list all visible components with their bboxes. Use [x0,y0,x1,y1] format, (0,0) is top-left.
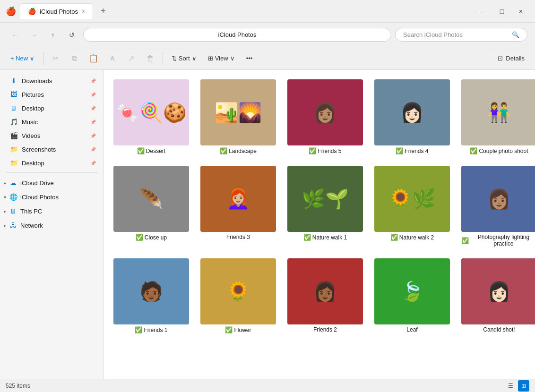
sync-icon: ✅ [309,147,316,154]
sidebar-item-music[interactable]: 🎵 Music 📌 [2,115,102,128]
view-chevron-icon: ∨ [230,55,235,62]
section-label-network: Network [20,222,43,229]
new-button-label: + New ∨ [10,55,35,62]
photo-label: ✅ Nature walk 2 [390,234,434,241]
photo-item[interactable]: 👩🏻 ✅ Friends 4 [372,77,452,156]
pin-icon-downloads: 📌 [90,78,96,84]
close-tab-button[interactable]: × [82,8,85,15]
copy-icon: ⧉ [72,54,77,63]
photo-grid-container: 🍬🍭🍪 ✅ Dessert 🏜️🌄 ✅ Landscape 👩🏽 ✅ Frien… [104,70,535,379]
main-layout: ⬇ Downloads 📌 🖼 Pictures 📌 🖥 Desktop 📌 🎵… [0,70,535,379]
details-label: Details [506,55,525,62]
sidebar-item-downloads[interactable]: ⬇ Downloads 📌 [2,74,102,87]
view-button[interactable]: ⊞ View ∨ [203,52,240,65]
back-button[interactable]: ← [8,27,23,43]
copy-button[interactable]: ⧉ [66,50,83,67]
photo-thumbnail: 👩🏻 [461,258,535,324]
quick-access-section: ⬇ Downloads 📌 🖼 Pictures 📌 🖥 Desktop 📌 🎵… [0,74,104,170]
photo-label: Leaf [406,326,417,333]
sidebar-section-icloud-drive[interactable]: ▸ ☁ iCloud Drive [0,176,104,189]
photo-thumbnail: 🏜️🌄 [200,79,276,145]
photo-label: ✅ Dessert [137,147,165,154]
section-icon-icloud-drive: ☁ [9,179,17,187]
sync-icon: ✅ [396,147,403,154]
cut-button[interactable]: ✂ [47,50,64,67]
photo-name: Friends 3 [226,234,250,240]
sync-icon: ✅ [220,147,227,154]
photo-thumbnail: 👫 [461,79,535,145]
delete-button[interactable]: 🗑 [142,50,159,67]
new-tab-button[interactable]: + [97,4,110,18]
photo-label: ✅ Friends 5 [309,147,341,154]
details-button[interactable]: ⊡ Details [493,52,529,65]
close-window-button[interactable]: × [512,5,529,18]
section-label-icloud-drive: iCloud Drive [20,179,54,187]
photo-item[interactable]: 👩🏽 ✅ Photography lighting practice [459,164,535,249]
app-favicon: 🍎 [6,6,16,17]
photo-label: ✅ Photography lighting practice [461,234,535,247]
details-icon: ⊡ [498,55,503,62]
photo-name: Close up [145,234,167,241]
browser-tab[interactable]: 🍎 iCloud Photos × [20,3,93,19]
photo-label: ✅ Close up [136,234,167,241]
photo-label: Friends 2 [313,326,337,333]
sidebar-label-pictures: Pictures [22,91,44,98]
photo-thumbnail: 🍬🍭🍪 [113,79,189,145]
sync-icon: ✅ [470,147,477,154]
sync-icon: ✅ [225,326,233,333]
photo-item[interactable]: 🌿🌱 ✅ Nature walk 1 [285,164,365,249]
photo-item[interactable]: 👩🏼‍🦰 Friends 3 [198,164,278,249]
photo-item[interactable]: 🍬🍭🍪 ✅ Dessert [112,77,191,156]
sidebar-label-videos: Videos [22,132,41,139]
tab-favicon: 🍎 [28,8,36,15]
sidebar-separator [6,172,98,173]
photo-item[interactable]: 🌻🌿 ✅ Nature walk 2 [372,164,452,249]
more-button[interactable]: ••• [242,52,258,65]
sidebar-section-icloud-photos[interactable]: ▾ 🌐 iCloud Photos [0,190,104,203]
photo-item[interactable]: 👫 ✅ Couple photo shoot [459,77,535,156]
section-icon-icloud-photos: 🌐 [9,193,17,201]
maximize-button[interactable]: □ [493,5,510,18]
photo-item[interactable]: 👩🏾 Friends 2 [285,256,365,335]
photo-item[interactable]: 👩🏻 Candid shot! [459,256,535,335]
photo-label: Friends 3 [226,234,250,240]
refresh-button[interactable]: ↺ [64,27,79,43]
rename-button[interactable]: A [104,50,121,67]
new-button[interactable]: + New ∨ [6,52,39,65]
photo-item[interactable]: 👩🏽 ✅ Friends 5 [285,77,365,156]
photo-item[interactable]: 🍃 Leaf [372,256,452,335]
minimize-button[interactable]: — [475,5,492,18]
grid-view-toggle[interactable]: ⊞ [518,380,529,392]
photo-item[interactable]: 🧑🏾 ✅ Friends 1 [112,256,191,335]
photo-thumbnail: 👩🏽 [287,79,363,145]
share-button[interactable]: ↗ [123,50,140,67]
pin-icon-music: 📌 [90,119,96,125]
sidebar-item-screenshots[interactable]: 📁 Screenshots 📌 [2,143,102,156]
photo-item[interactable]: 🌻 ✅ Flower [198,256,278,335]
sidebar-label-downloads: Downloads [22,77,52,85]
address-field[interactable]: iCloud Photos [83,28,391,42]
more-icon: ••• [246,55,253,62]
list-view-toggle[interactable]: ☰ [505,380,516,392]
sidebar-icon-screenshots: 📁 [9,145,18,153]
content-area: 🍬🍭🍪 ✅ Dessert 🏜️🌄 ✅ Landscape 👩🏽 ✅ Frien… [104,70,535,379]
search-field[interactable]: Search iCloud Photos 🔍 [395,28,527,42]
photo-item[interactable]: 🪶 ✅ Close up [112,164,191,249]
sidebar-section-network[interactable]: ▸ 🖧 Network [0,218,104,231]
sidebar-item-videos[interactable]: 🎬 Videos 📌 [2,129,102,142]
photo-label: ✅ Friends 1 [135,326,167,333]
sync-icon: ✅ [135,326,142,333]
paste-button[interactable]: 📋 [85,50,102,67]
sidebar-item-desktop[interactable]: 🖥 Desktop 📌 [2,102,102,115]
sort-button[interactable]: ⇅ Sort ∨ [167,52,201,65]
photo-name: Friends 2 [313,326,337,333]
sidebar-item-desktop2[interactable]: 📁 Desktop 📌 [2,156,102,170]
sidebar-section-this-pc[interactable]: ▸ 🖥 This PC [0,204,104,217]
up-button[interactable]: ↑ [45,27,60,43]
sidebar-item-pictures[interactable]: 🖼 Pictures 📌 [2,88,102,101]
photo-thumbnail: 🌿🌱 [287,166,363,232]
forward-button[interactable]: → [26,27,42,43]
photo-item[interactable]: 🏜️🌄 ✅ Landscape [198,77,278,156]
sync-icon: ✅ [461,237,469,244]
photo-label: ✅ Friends 4 [396,147,428,154]
